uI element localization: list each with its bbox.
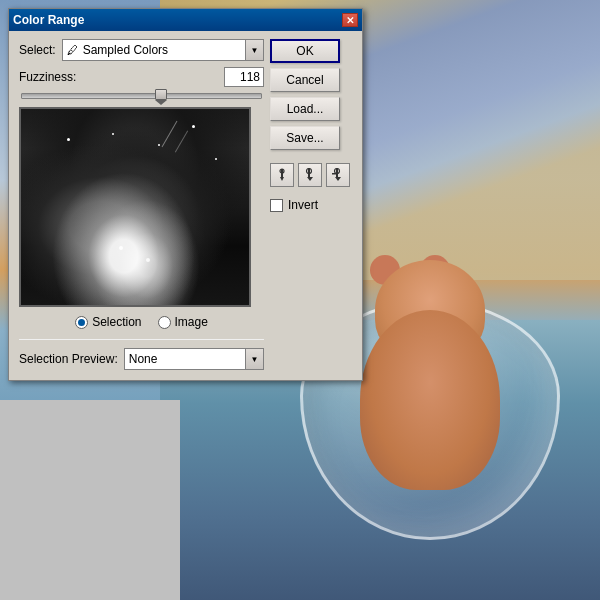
color-range-dialog: Color Range ✕ Select: 🖊 Sampled Colors ▼ [8,8,363,381]
eyedropper-main-button[interactable] [298,163,322,187]
dialog-left: Select: 🖊 Sampled Colors ▼ Fuzziness: 11… [19,39,264,370]
title-bar: Color Range ✕ [9,9,362,31]
radio-row: Selection Image [19,315,264,329]
slider-thumb[interactable] [155,89,167,105]
preview-dot [158,144,160,146]
preview-dot [119,246,123,250]
image-radio[interactable] [158,316,171,329]
invert-checkbox[interactable] [270,199,283,212]
select-row: Select: 🖊 Sampled Colors ▼ [19,39,264,61]
select-value: Sampled Colors [81,43,245,57]
selection-label: Selection [92,315,141,329]
selection-preview-label: Selection Preview: [19,352,118,366]
preview-image [21,109,249,305]
eyedropper-icon [275,168,289,182]
rain-streak [174,130,187,152]
eyedropper-select-icon: 🖊 [67,44,78,56]
dialog-body: Select: 🖊 Sampled Colors ▼ Fuzziness: 11… [9,31,362,380]
selection-radio[interactable] [75,316,88,329]
selection-preview-dropdown[interactable]: None ▼ [124,348,264,370]
select-label: Select: [19,43,56,57]
preview-select-arrow-icon[interactable]: ▼ [245,349,263,369]
fuzziness-slider-container [19,93,264,99]
preview-container [19,107,251,307]
slider-thumb-arrow [155,100,167,105]
fuzziness-label: Fuzziness: [19,70,224,84]
slider-track[interactable] [21,93,262,99]
divider [19,339,264,340]
eyedropper-subtract-button[interactable] [326,163,350,187]
bg-gray-area [0,400,180,600]
select-dropdown[interactable]: 🖊 Sampled Colors ▼ [62,39,264,61]
dialog-layout: Select: 🖊 Sampled Colors ▼ Fuzziness: 11… [19,39,352,370]
preview-dot [112,133,114,135]
dialog-title: Color Range [13,13,84,27]
invert-row: Invert [270,198,352,212]
dialog-right: OK Cancel Load... Save... [264,39,352,370]
image-radio-item[interactable]: Image [158,315,208,329]
eyedropper-main-icon [303,168,317,182]
preview-dot [67,138,70,141]
save-button[interactable]: Save... [270,126,340,150]
close-button[interactable]: ✕ [342,13,358,27]
selection-preview-value: None [125,352,245,366]
hamster [340,250,520,500]
svg-rect-7 [332,173,337,175]
cancel-button[interactable]: Cancel [270,68,340,92]
selection-radio-item[interactable]: Selection [75,315,141,329]
selection-preview-row: Selection Preview: None ▼ [19,348,264,370]
ok-button[interactable]: OK [270,39,340,63]
hamster-body [360,310,500,490]
fuzziness-value[interactable]: 118 [224,67,264,87]
select-arrow-icon[interactable]: ▼ [245,40,263,60]
preview-dot [192,125,195,128]
preview-dot [146,258,150,262]
eyedropper-tools [270,163,352,187]
eyedropper-subtract-icon [331,168,345,182]
preview-dots [21,109,249,305]
image-label: Image [175,315,208,329]
slider-thumb-shape [155,89,167,100]
fuzziness-row: Fuzziness: 118 [19,67,264,87]
rain-streak [162,121,178,147]
invert-label: Invert [288,198,318,212]
load-button[interactable]: Load... [270,97,340,121]
eyedropper-add-button[interactable] [270,163,294,187]
preview-dot [215,158,217,160]
